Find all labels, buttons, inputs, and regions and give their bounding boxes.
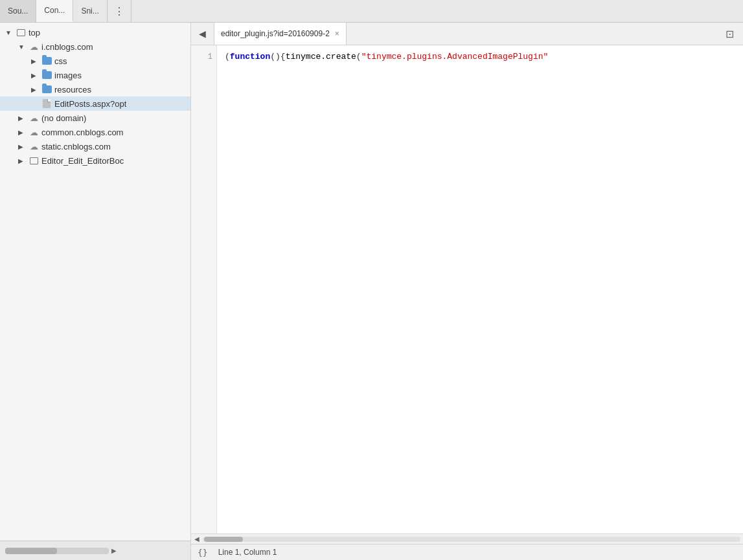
tree-arrow-resources: ▶ [31,86,39,93]
code-text: (function(){tinymce.create("tinymce.plug… [217,45,743,533]
tree-arrow-images: ▶ [31,72,39,79]
tree-label-editor-edit: Editor_Edit_EditorBoc [41,156,124,166]
tab-console-label: Con... [44,6,65,15]
tab-sources[interactable]: Sou... [0,0,36,22]
tree-label-common-cnblogs: common.cnblogs.com [41,128,123,137]
tab-console[interactable]: Con... [36,0,73,22]
tree-item-no-domain[interactable]: ▶ ☁ (no domain) [0,111,190,125]
cloud-icon-i-cnblogs: ☁ [29,42,39,51]
tree-label-static-cnblogs: static.cnblogs.com [41,142,111,151]
editor-active-tab[interactable]: editor_plugin.js?id=20160909-2 × [214,23,347,45]
tree-item-top[interactable]: ▼ top [0,25,190,39]
folder-icon-resources [41,85,52,94]
editor-horizontal-scrollbar[interactable]: ◀ [191,533,743,544]
status-position: Line 1, Column 1 [218,548,277,557]
h-scroll-left-arrow[interactable]: ◀ [192,535,201,543]
tree-label-top: top [29,28,40,38]
tree-arrow-i-cnblogs: ▼ [18,43,26,50]
cloud-icon-static-cnblogs: ☁ [29,142,39,151]
tree-label-css: css [54,56,67,66]
tab-snippets-label: Sni... [81,6,98,16]
file-icon-editposts [41,99,52,108]
sidebar-bottom-panel: ▶ [0,541,190,560]
tree-item-css[interactable]: ▶ css [0,54,190,68]
tree-item-i-cnblogs[interactable]: ▼ ☁ i.cnblogs.com [0,39,190,54]
tree-label-no-domain: (no domain) [41,113,86,123]
cloud-icon-no-domain: ☁ [29,113,39,122]
tree-label-resources: resources [54,85,91,95]
tabs-more-button[interactable]: ⋮ [108,0,131,22]
h-scroll-track[interactable] [203,537,740,542]
nav-back-icon: ◀ [199,28,206,39]
editor-tab-bar: ◀ editor_plugin.js?id=20160909-2 × ⊡ [191,23,743,45]
tree-item-images[interactable]: ▶ images [0,68,190,82]
line-number-1: 1 [208,52,212,62]
frame-icon-top [16,28,26,37]
editor-tab-label: editor_plugin.js?id=20160909-2 [221,29,330,38]
tree-arrow-static-cnblogs: ▶ [18,143,26,150]
code-content-area[interactable]: 1 (function(){tinymce.create("tinymce.pl… [191,45,743,533]
folder-icon-images [41,71,52,80]
tree-arrow-no-domain: ▶ [18,115,26,122]
sidebar-scroll-thumb [5,548,57,554]
line-numbers: 1 [191,45,217,533]
tree-item-editor-edit[interactable]: ▶ Editor_Edit_EditorBoc [0,153,190,168]
top-tab-bar: Sou... Con... Sni... ⋮ [0,0,743,23]
file-tree: ▼ top ▼ ☁ i.cnblogs.com ▶ css [0,23,190,541]
tree-label-editposts: EditPosts.aspx?opt [54,99,126,109]
editor-expand-button[interactable]: ⊡ [720,28,739,40]
status-bar: {} Line 1, Column 1 [191,544,743,560]
h-scroll-thumb [204,537,243,542]
code-editor: ◀ editor_plugin.js?id=20160909-2 × ⊡ 1 (… [191,23,743,560]
tree-item-resources[interactable]: ▶ resources [0,82,190,96]
file-tree-sidebar: ▼ top ▼ ☁ i.cnblogs.com ▶ css [0,23,191,560]
tree-arrow-editor-edit: ▶ [18,157,26,164]
editor-tab-right-area: ⊡ [720,23,743,45]
status-braces-icon: {} [198,548,208,557]
sidebar-scroll-track[interactable] [5,548,109,554]
tree-item-static-cnblogs[interactable]: ▶ ☁ static.cnblogs.com [0,139,190,153]
tree-arrow-css: ▶ [31,58,39,65]
frame-icon-editor-edit [29,156,39,165]
tree-label-images: images [54,71,82,80]
cloud-icon-common-cnblogs: ☁ [29,128,39,137]
tabs-dots-icon: ⋮ [114,5,124,17]
tree-arrow-common-cnblogs: ▶ [18,129,26,136]
sidebar-scroll-right-arrow[interactable]: ▶ [111,547,117,554]
tree-item-common-cnblogs[interactable]: ▶ ☁ common.cnblogs.com [0,125,190,139]
tree-arrow-top: ▼ [5,29,13,36]
main-area: ▼ top ▼ ☁ i.cnblogs.com ▶ css [0,23,743,560]
tab-sources-label: Sou... [8,6,28,16]
tab-snippets[interactable]: Sni... [73,0,107,22]
close-tab-icon[interactable]: × [335,30,339,38]
folder-icon-css [41,56,52,65]
editor-nav-back-button[interactable]: ◀ [194,23,211,45]
tree-item-editposts[interactable]: EditPosts.aspx?opt [0,96,190,111]
tree-label-i-cnblogs: i.cnblogs.com [41,42,93,52]
